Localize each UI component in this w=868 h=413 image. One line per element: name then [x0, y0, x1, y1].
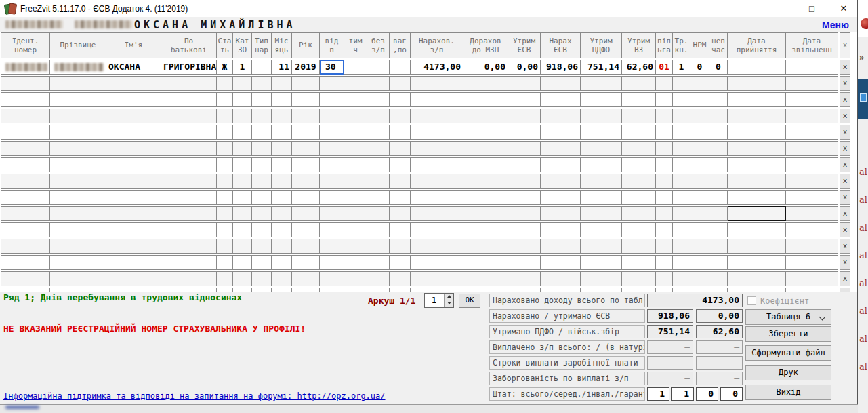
table-cell[interactable]	[252, 190, 272, 205]
table-cell[interactable]	[272, 271, 292, 286]
days-edit-cell[interactable]: 30	[320, 60, 344, 75]
table-cell[interactable]	[622, 222, 656, 237]
table-cell[interactable]	[344, 60, 367, 75]
table-cell[interactable]	[272, 255, 292, 270]
delete-row-button[interactable]: х	[840, 125, 850, 140]
table-cell[interactable]	[709, 174, 728, 189]
table-cell[interactable]	[292, 109, 320, 123]
table-cell[interactable]	[50, 239, 106, 254]
table-cell[interactable]	[541, 190, 581, 205]
table-cell[interactable]	[541, 109, 581, 123]
table-cell[interactable]	[367, 239, 390, 254]
table-cell[interactable]	[50, 125, 106, 140]
table-cell[interactable]	[581, 239, 622, 254]
table-cell[interactable]: 2019	[292, 60, 320, 75]
table-cell[interactable]	[622, 288, 656, 292]
table-cell[interactable]	[161, 190, 217, 205]
table-cell[interactable]	[622, 190, 656, 205]
table-cell[interactable]	[622, 239, 656, 254]
table-cell[interactable]	[709, 271, 728, 286]
table-cell[interactable]	[656, 174, 673, 189]
table-cell[interactable]	[390, 288, 411, 292]
table-cell[interactable]	[252, 125, 272, 140]
table-cell[interactable]	[1, 206, 50, 221]
table-cell[interactable]	[541, 141, 581, 156]
table-cell[interactable]	[508, 125, 541, 140]
table-cell[interactable]	[622, 174, 656, 189]
table-cell[interactable]	[344, 92, 367, 107]
delete-row-button[interactable]: х	[840, 222, 850, 237]
table-cell[interactable]	[106, 125, 161, 140]
table-cell[interactable]	[463, 206, 508, 221]
focused-empty-cell[interactable]	[728, 206, 786, 221]
table-cell[interactable]	[161, 288, 217, 292]
table-cell[interactable]	[673, 271, 690, 286]
table-cell[interactable]	[673, 190, 690, 205]
table-cell[interactable]	[1, 141, 50, 156]
table-cell[interactable]	[367, 157, 390, 172]
table-cell[interactable]	[50, 222, 106, 237]
menu-button[interactable]: Меню	[822, 20, 849, 31]
table-cell[interactable]	[320, 288, 344, 292]
table-cell[interactable]	[656, 206, 673, 221]
table-cell[interactable]	[463, 157, 508, 172]
delete-row-button[interactable]: х	[840, 288, 850, 292]
table-cell[interactable]	[1, 76, 50, 91]
table-cell[interactable]	[344, 141, 367, 156]
table-cell[interactable]	[106, 288, 161, 292]
table-cell[interactable]	[320, 239, 344, 254]
table-cell[interactable]	[656, 190, 673, 205]
table-cell[interactable]	[217, 271, 233, 286]
table-cell[interactable]	[367, 60, 390, 75]
table-cell[interactable]	[463, 255, 508, 270]
table-cell[interactable]: 0	[690, 60, 709, 75]
table-cell[interactable]	[411, 141, 463, 156]
table-cell[interactable]	[463, 190, 508, 205]
table-cell[interactable]	[106, 271, 161, 286]
table-cell[interactable]	[656, 222, 673, 237]
table-cell[interactable]	[161, 76, 217, 91]
table-cell[interactable]	[622, 125, 656, 140]
table-cell[interactable]	[1, 157, 50, 172]
table-cell[interactable]	[1, 125, 50, 140]
table-cell[interactable]	[233, 125, 252, 140]
table-cell[interactable]	[292, 76, 320, 91]
table-cell[interactable]	[106, 255, 161, 270]
table-cell[interactable]	[344, 239, 367, 254]
surname-cell[interactable]	[50, 60, 106, 75]
table-cell[interactable]	[690, 190, 709, 205]
table-cell[interactable]	[786, 174, 838, 189]
table-cell[interactable]	[728, 60, 786, 75]
table-cell[interactable]	[161, 125, 217, 140]
table-cell[interactable]	[344, 76, 367, 91]
spinner-up-button[interactable]	[444, 294, 453, 300]
table-cell[interactable]	[292, 157, 320, 172]
table-cell[interactable]	[390, 271, 411, 286]
table-cell[interactable]: 751,14	[581, 60, 622, 75]
table-cell[interactable]	[690, 125, 709, 140]
table-cell[interactable]	[656, 125, 673, 140]
table-cell[interactable]	[272, 190, 292, 205]
table-cell[interactable]	[508, 157, 541, 172]
table-cell[interactable]	[161, 255, 217, 270]
table-cell[interactable]	[233, 222, 252, 237]
table-cell[interactable]	[50, 76, 106, 91]
table-cell[interactable]	[656, 141, 673, 156]
table-cell[interactable]	[690, 255, 709, 270]
table-cell[interactable]	[728, 255, 786, 270]
table-cell[interactable]	[320, 125, 344, 140]
table-cell[interactable]	[581, 206, 622, 221]
table-cell[interactable]	[367, 206, 390, 221]
table-cell[interactable]	[252, 141, 272, 156]
benefit-code-cell[interactable]: 01	[656, 60, 673, 75]
table-cell[interactable]	[541, 222, 581, 237]
table-cell[interactable]	[786, 206, 838, 221]
table-cell[interactable]	[541, 92, 581, 107]
table-cell[interactable]	[463, 271, 508, 286]
table-cell[interactable]	[252, 60, 272, 75]
table-cell[interactable]: 1	[673, 60, 690, 75]
table-cell[interactable]	[728, 174, 786, 189]
table-cell[interactable]	[217, 288, 233, 292]
table-cell[interactable]	[508, 239, 541, 254]
table-cell[interactable]	[292, 92, 320, 107]
